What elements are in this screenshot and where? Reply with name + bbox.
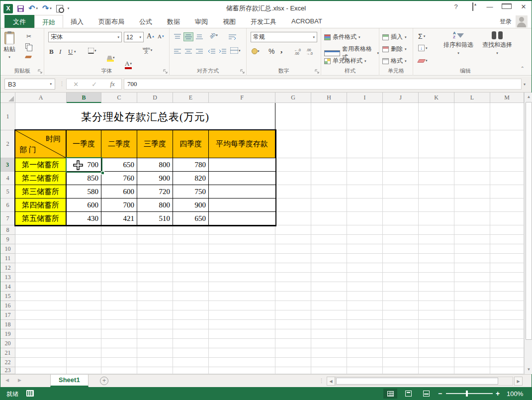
cell-J17[interactable]: [383, 310, 419, 320]
cell-H12[interactable]: [311, 263, 347, 273]
column-header-F[interactable]: F: [209, 93, 275, 103]
cell-L2[interactable]: [454, 130, 490, 158]
row-header-20[interactable]: 20: [0, 339, 15, 348]
tab-2[interactable]: 插入: [63, 15, 91, 28]
cell-F14[interactable]: [209, 282, 275, 292]
cell-C13[interactable]: [101, 273, 137, 282]
sign-in-link[interactable]: 登录: [500, 17, 512, 26]
cell-I20[interactable]: [347, 339, 383, 348]
cell-B22[interactable]: [67, 358, 101, 367]
wrap-text-button[interactable]: [227, 32, 237, 41]
cell-I3[interactable]: [347, 158, 383, 172]
cell-K18[interactable]: [419, 320, 454, 329]
zoom-in-button[interactable]: +: [496, 390, 500, 398]
sheet-nav-left-icon[interactable]: ◀: [5, 378, 9, 383]
cell-G1[interactable]: [275, 103, 311, 130]
cell-K4[interactable]: [419, 172, 454, 185]
cell-B19[interactable]: [67, 329, 101, 339]
align-center-button[interactable]: [183, 47, 193, 56]
cell-F20[interactable]: [209, 339, 275, 348]
vertical-scroll-thumb[interactable]: [526, 102, 532, 340]
vertical-scrollbar[interactable]: ▲ ▼: [524, 93, 532, 374]
column-header-I[interactable]: I: [347, 93, 383, 103]
cell-B5[interactable]: 580: [67, 185, 101, 199]
cell-B16[interactable]: [67, 301, 101, 310]
cell-E14[interactable]: [173, 282, 209, 292]
cell-C3[interactable]: 650: [101, 158, 137, 172]
cell-K13[interactable]: [419, 273, 454, 282]
cell-M11[interactable]: [490, 254, 524, 263]
zoom-level-label[interactable]: 100%: [507, 390, 523, 398]
row-header-9[interactable]: 9: [0, 235, 15, 244]
cell-H15[interactable]: [311, 292, 347, 301]
cell-L1[interactable]: [454, 103, 490, 130]
scroll-right-icon[interactable]: ▶: [514, 377, 523, 386]
cell-E16[interactable]: [173, 301, 209, 310]
cell-I12[interactable]: [347, 263, 383, 273]
cell-G14[interactable]: [275, 282, 311, 292]
cell-H8[interactable]: [311, 225, 347, 235]
cell-F23[interactable]: [209, 367, 275, 374]
cell-C17[interactable]: [101, 310, 137, 320]
cell-M10[interactable]: [490, 244, 524, 254]
cell-J7[interactable]: [383, 212, 419, 225]
cell-J12[interactable]: [383, 263, 419, 273]
cell-H21[interactable]: [311, 348, 347, 358]
cell-C4[interactable]: 760: [101, 172, 137, 185]
font-size-select[interactable]: 12▾: [124, 32, 144, 42]
cell-I1[interactable]: [347, 103, 383, 130]
cell-E5[interactable]: 750: [173, 185, 209, 199]
cell-I14[interactable]: [347, 282, 383, 292]
cell-K10[interactable]: [419, 244, 454, 254]
cell-I15[interactable]: [347, 292, 383, 301]
cell-A7[interactable]: 第五储蓄所: [15, 212, 67, 225]
cell-D9[interactable]: [137, 235, 173, 244]
insert-function-icon[interactable]: fx: [110, 80, 114, 88]
row-header-23[interactable]: 23: [0, 367, 15, 374]
cell-D10[interactable]: [137, 244, 173, 254]
cell-J5[interactable]: [383, 185, 419, 199]
macro-record-icon[interactable]: [26, 390, 34, 397]
cell-D19[interactable]: [137, 329, 173, 339]
align-bottom-button[interactable]: [194, 32, 204, 41]
cell-E4[interactable]: 820: [173, 172, 209, 185]
cell-C9[interactable]: [101, 235, 137, 244]
cell-J20[interactable]: [383, 339, 419, 348]
cell-J11[interactable]: [383, 254, 419, 263]
cell-G17[interactable]: [275, 310, 311, 320]
row-header-15[interactable]: 15: [0, 292, 15, 301]
cell-B13[interactable]: [67, 273, 101, 282]
cell-B23[interactable]: [67, 367, 101, 374]
cell-F17[interactable]: [209, 310, 275, 320]
cell-H20[interactable]: [311, 339, 347, 348]
cell-L21[interactable]: [454, 348, 490, 358]
cell-E11[interactable]: [173, 254, 209, 263]
increase-decimal-button[interactable]: ←.0.00: [294, 48, 301, 55]
select-all-corner[interactable]: [0, 93, 15, 103]
cell-G18[interactable]: [275, 320, 311, 329]
cell-E17[interactable]: [173, 310, 209, 320]
cell-K2[interactable]: [419, 130, 454, 158]
increase-indent-button[interactable]: [217, 47, 227, 56]
column-header-B[interactable]: B: [67, 93, 101, 103]
cell-L8[interactable]: [454, 225, 490, 235]
cell-E9[interactable]: [173, 235, 209, 244]
cell-E15[interactable]: [173, 292, 209, 301]
cell-E8[interactable]: [173, 225, 209, 235]
cell-J2[interactable]: [383, 130, 419, 158]
accounting-format-button[interactable]: ▾: [252, 48, 260, 54]
cell-J9[interactable]: [383, 235, 419, 244]
view-page-break-button[interactable]: [419, 389, 433, 399]
collapse-ribbon-icon[interactable]: ⌃: [521, 66, 525, 71]
row-header-12[interactable]: 12: [0, 263, 15, 273]
cell-A20[interactable]: [15, 339, 67, 348]
expand-formula-bar-icon[interactable]: ▾: [524, 82, 526, 87]
cell-L23[interactable]: [454, 367, 490, 374]
cell-B12[interactable]: [67, 263, 101, 273]
row-header-3[interactable]: 3: [0, 158, 15, 172]
cell-K7[interactable]: [419, 212, 454, 225]
cell-H14[interactable]: [311, 282, 347, 292]
tab-3[interactable]: 页面布局: [91, 15, 132, 28]
merge-center-button[interactable]: ▾: [230, 47, 241, 54]
cell-L17[interactable]: [454, 310, 490, 320]
